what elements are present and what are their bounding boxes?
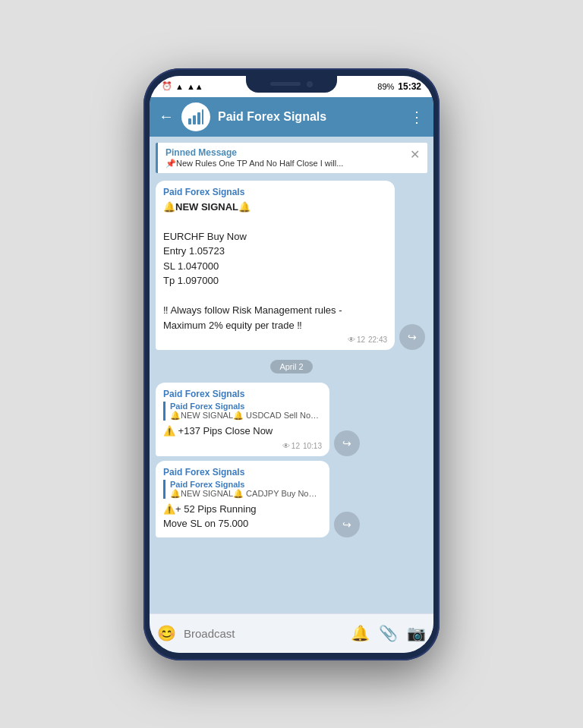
quoted-block-2: Paid Forex Signals 🔔NEW SIGNAL🔔 CADJPY B… — [163, 480, 322, 499]
svg-rect-0 — [188, 118, 191, 124]
pinned-message-bar: Pinned Message 📌New Rules One TP And No … — [156, 143, 427, 173]
status-bar-right: 89% 15:32 — [377, 81, 421, 92]
emoji-button[interactable]: 😊 — [157, 624, 176, 642]
pinned-label: Pinned Message — [165, 147, 404, 158]
svg-rect-1 — [193, 115, 196, 124]
eye-icon: 👁 — [348, 336, 355, 344]
back-button[interactable]: ← — [159, 108, 174, 125]
pinned-text: 📌New Rules One TP And No Half Close I wi… — [165, 159, 404, 169]
eye-icon-2: 👁 — [282, 442, 290, 450]
phone-frame: ⏰ ▲ ▲▲ 89% 15:32 ← Paid F — [143, 68, 440, 660]
clock-icon: ⏰ — [162, 81, 172, 91]
quoted-block-1: Paid Forex Signals 🔔NEW SIGNAL🔔 USDCAD S… — [163, 402, 322, 421]
message-row-1: Paid Forex Signals 🔔NEW SIGNAL🔔 EURCHF B… — [156, 181, 427, 351]
message-body-3: ⚠️+ 52 Pips Running Move SL on 75.000 — [163, 502, 322, 531]
forward-button-2[interactable]: ↪ — [334, 430, 360, 456]
message-bubble-1: Paid Forex Signals 🔔NEW SIGNAL🔔 EURCHF B… — [156, 181, 395, 351]
chart-icon — [187, 108, 205, 126]
message-bubble-2: Paid Forex Signals Paid Forex Signals 🔔N… — [156, 383, 329, 456]
chat-area: Pinned Message 📌New Rules One TP And No … — [150, 137, 433, 613]
forward-button-3[interactable]: ↪ — [334, 512, 360, 537]
svg-rect-2 — [197, 112, 200, 124]
pinned-close-button[interactable]: ✕ — [410, 147, 420, 162]
input-right-icons: 🔔 📎 📷 — [351, 624, 426, 642]
quoted-text-1: 🔔NEW SIGNAL🔔 USDCAD Sell Now Ent... — [170, 411, 322, 421]
notification-button[interactable]: 🔔 — [351, 624, 370, 642]
message-sender-3: Paid Forex Signals — [163, 467, 322, 477]
signal-icon: ▲▲ — [187, 82, 203, 91]
message-meta-1: 👁 12 22:43 — [163, 336, 387, 344]
notch-camera — [307, 81, 313, 87]
notch-speaker — [270, 82, 301, 86]
app-header: ← Paid Forex Signals ⋮ — [150, 97, 433, 137]
pinned-content: Pinned Message 📌New Rules One TP And No … — [165, 147, 404, 169]
message-meta-2: 👁 12 10:13 — [163, 442, 322, 450]
broadcast-input[interactable] — [184, 627, 343, 640]
input-bar: 😊 🔔 📎 📷 — [150, 613, 433, 653]
svg-rect-3 — [202, 109, 203, 124]
message-body-1: 🔔NEW SIGNAL🔔 EURCHF Buy Now Entry 1.0572… — [163, 200, 387, 333]
status-time: 15:32 — [398, 81, 421, 92]
attach-button[interactable]: 📎 — [379, 624, 398, 642]
battery-percent: 89% — [377, 82, 394, 91]
channel-title: Paid Forex Signals — [218, 110, 402, 124]
wifi-icon: ▲ — [175, 82, 184, 91]
quoted-sender-2: Paid Forex Signals — [170, 480, 322, 489]
message-row-2: Paid Forex Signals Paid Forex Signals 🔔N… — [156, 383, 427, 456]
status-bar-left: ⏰ ▲ ▲▲ — [162, 81, 203, 91]
message-bubble-3: Paid Forex Signals Paid Forex Signals 🔔N… — [156, 461, 329, 537]
message-body-2: ⚠️ +137 Pips Close Now — [163, 424, 322, 439]
message-views-2: 👁 12 — [282, 442, 300, 450]
message-time-2: 10:13 — [303, 442, 322, 450]
message-sender-2: Paid Forex Signals — [163, 389, 322, 399]
camera-button[interactable]: 📷 — [407, 624, 426, 642]
message-views-1: 👁 12 — [348, 336, 365, 344]
message-sender-1: Paid Forex Signals — [163, 187, 387, 197]
date-label: April 2 — [270, 360, 312, 373]
quoted-text-2: 🔔NEW SIGNAL🔔 CADJPY Buy Now Entr... — [170, 489, 322, 499]
channel-avatar — [181, 102, 210, 131]
date-separator: April 2 — [156, 359, 427, 373]
more-button[interactable]: ⋮ — [409, 108, 424, 126]
quoted-sender-1: Paid Forex Signals — [170, 402, 322, 411]
notch — [246, 76, 337, 93]
message-row-3: Paid Forex Signals Paid Forex Signals 🔔N… — [156, 461, 427, 537]
message-time-1: 22:43 — [368, 336, 387, 344]
phone-inner: ⏰ ▲ ▲▲ 89% 15:32 ← Paid F — [150, 76, 433, 653]
forward-button-1[interactable]: ↪ — [399, 324, 425, 350]
